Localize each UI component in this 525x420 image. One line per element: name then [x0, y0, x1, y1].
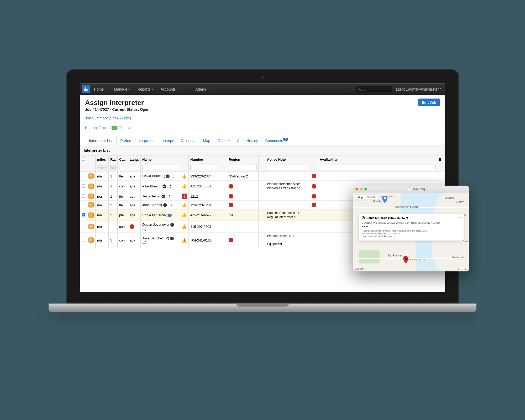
row-checkbox[interactable] — [82, 224, 85, 228]
tab-map[interactable]: Map — [199, 136, 214, 145]
map-info-window: × Sonja M Garcia (415-216-6677) Company … — [359, 214, 464, 241]
maximize-icon[interactable] — [364, 188, 367, 191]
cell-cat: fte — [118, 172, 128, 180]
cell-rate: 2 — [109, 209, 118, 221]
info-icon: i — [168, 213, 172, 217]
row-menu-button[interactable]: ▼ — [88, 224, 94, 229]
miles-up[interactable]: ▲ — [97, 165, 107, 167]
nav-admin[interactable]: Admin▼ — [193, 86, 212, 93]
row-menu-button[interactable]: ▼ — [88, 174, 94, 179]
select-all-checkbox[interactable] — [82, 157, 85, 161]
file-icon: 📄 — [408, 187, 412, 191]
filter-number[interactable] — [190, 165, 218, 170]
rate-down[interactable]: ▼ — [110, 167, 116, 170]
filter-cat[interactable] — [119, 165, 126, 170]
row-menu-cell: ▼ — [87, 201, 96, 209]
map-marker-blue-icon[interactable] — [382, 196, 387, 203]
nav-reports[interactable]: Reports▼ — [135, 86, 156, 93]
tab-offered[interactable]: Offered — [214, 136, 233, 145]
tab-audit[interactable]: Audit History — [233, 136, 261, 145]
tab-calendar[interactable]: Interpreter Calendar — [159, 136, 199, 145]
map-window-titlebar[interactable]: 📄 Map.png ⌄ — [353, 186, 469, 193]
cell-lang: spa — [128, 192, 141, 201]
map-canvas[interactable]: Corte Madera Mill Valley BELVEDERE TIBUR… — [353, 193, 469, 271]
tab-comments[interactable]: Comments0 — [261, 136, 292, 145]
row-checkbox-cell — [80, 192, 87, 201]
job-summary-toggle[interactable]: Job Summary (Show / Hide) — [85, 116, 131, 120]
svg-point-5 — [405, 258, 407, 260]
row-checkbox[interactable] — [82, 203, 85, 206]
cell-status-icon: 👍 — [180, 180, 189, 192]
close-icon[interactable] — [355, 188, 358, 191]
camera-icon — [261, 76, 264, 79]
app-logo-icon[interactable] — [82, 85, 90, 93]
user-email[interactable]: agency.admin@interpreterin — [394, 87, 443, 91]
row-checkbox[interactable] — [82, 213, 85, 216]
row-checkbox[interactable] — [82, 174, 85, 177]
cell-number: 1212 — [189, 192, 220, 201]
infowindow-close-icon[interactable]: × — [459, 215, 461, 219]
cell-rate: 1 — [109, 172, 118, 180]
alert-icon: ! — [312, 194, 316, 199]
laptop-base — [49, 304, 476, 312]
more-icon: ⋯ — [166, 174, 170, 178]
cell-rate: 5 — [109, 232, 118, 248]
cell-lang: spa — [128, 232, 141, 248]
map-window-title: 📄 Map.png ⌄ — [369, 187, 467, 191]
cell-name: Sonja M Garcia( i ...) — [141, 209, 180, 221]
miles-down[interactable]: ▼ — [97, 167, 107, 170]
alert-icon: ! — [229, 184, 233, 188]
cell-status-icon: ⚠️ — [180, 232, 189, 248]
minimize-icon[interactable] — [360, 188, 363, 191]
map-marker-red-icon[interactable] — [403, 256, 408, 264]
tab-interpreter-list[interactable]: Interpreter List — [85, 136, 117, 146]
cell-region: ! — [227, 201, 259, 209]
nav-accounts[interactable]: Accounts▼ — [158, 86, 182, 93]
alert-icon: ! — [312, 203, 316, 207]
svg-rect-1 — [85, 87, 86, 89]
filter-lang[interactable] — [130, 165, 139, 170]
cell-spacer — [259, 192, 265, 201]
cell-rate: 2 — [109, 201, 118, 209]
filters-count-badge: 0 — [112, 126, 118, 130]
svg-rect-3 — [87, 90, 87, 90]
nav-home[interactable]: Home▼ — [91, 86, 110, 93]
filter-name[interactable] — [142, 165, 178, 170]
row-menu-cell: ▼ — [87, 192, 96, 201]
row-menu-button[interactable]: ▼ — [88, 212, 94, 218]
map-type-control[interactable]: MapSatellite — [355, 195, 379, 200]
row-menu-button[interactable]: ▼ — [88, 183, 94, 189]
header-row: miles Rat Cat. Lang. Name Number Region … — [80, 155, 445, 163]
table-row[interactable]: ▼n/a1ftespaDavid Burke 1( ⋯ ...)👍233-223… — [80, 172, 445, 180]
edit-job-button[interactable]: Edit Job — [418, 99, 440, 106]
cell-name: Pilar Blanco( ⋯ ...) — [141, 180, 180, 192]
cell-cat: con — [118, 221, 128, 232]
row-checkbox[interactable] — [82, 194, 85, 198]
booking-filters-toggle[interactable]: Booking Filters (0 Filters) — [85, 126, 130, 130]
filter-note[interactable] — [267, 165, 308, 170]
cell-spacer — [259, 172, 265, 180]
row-menu-button[interactable]: ▼ — [88, 194, 94, 199]
alert-icon: ! — [312, 174, 316, 178]
row-checkbox-cell — [80, 232, 87, 248]
row-menu-button[interactable]: ▼ — [88, 238, 94, 243]
filter-availability[interactable] — [320, 165, 435, 170]
row-menu-button[interactable]: ▼ — [88, 202, 94, 208]
tab-preferred[interactable]: Preferred Interpreters — [117, 136, 159, 145]
row-checkbox[interactable] — [82, 238, 85, 242]
cell-rate — [109, 221, 118, 232]
panel-title: Interpreter List — [80, 146, 445, 155]
job-search-input[interactable] — [356, 86, 392, 93]
filter-region[interactable] — [229, 165, 257, 170]
more-icon: ⋯ — [170, 237, 174, 240]
row-checkbox-cell — [80, 172, 87, 180]
nav-manage[interactable]: Manage▼ — [111, 86, 133, 93]
cell-cat: pte — [118, 209, 128, 221]
row-menu-cell: ▼ — [87, 221, 96, 232]
map-popup-window: 📄 Map.png ⌄ Corte Madera Mill Valley BEL… — [353, 186, 469, 271]
more-icon: ⋯ — [162, 185, 166, 188]
cell-number: 415-216-6677 — [189, 209, 220, 221]
cell-cat: fte — [118, 192, 128, 201]
row-checkbox[interactable] — [82, 184, 85, 187]
rate-up[interactable]: ▲ — [110, 165, 116, 167]
